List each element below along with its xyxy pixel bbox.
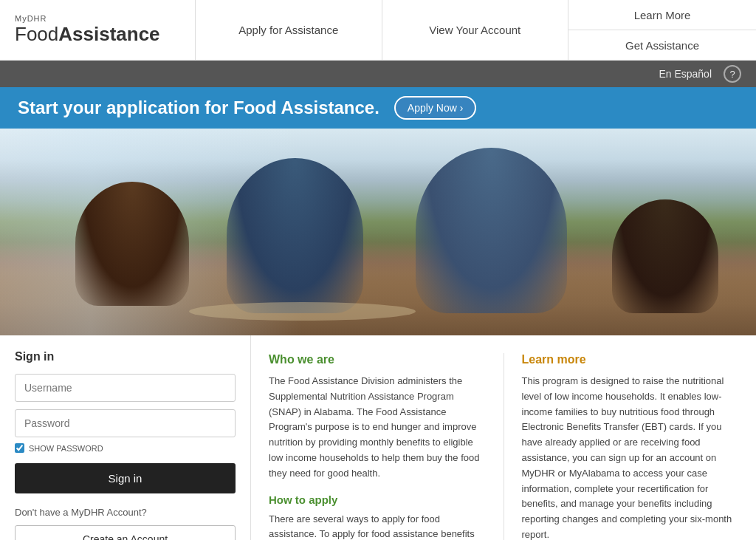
how-to-apply-title: How to apply <box>269 493 486 506</box>
espanol-link[interactable]: En Español <box>659 68 712 80</box>
content-area: Who we are The Food Assistance Division … <box>251 335 756 540</box>
how-to-apply-body: There are several ways to apply for food… <box>269 512 486 540</box>
signin-title: Sign in <box>15 350 236 363</box>
logo-assistance-text: Assistance <box>58 23 159 45</box>
apply-now-button[interactable]: Apply Now › <box>394 96 476 120</box>
signin-panel: Sign in SHOW PASSWORD Sign in Don't have… <box>0 335 251 540</box>
main-content: Sign in SHOW PASSWORD Sign in Don't have… <box>0 335 756 540</box>
logo-food-text: Food <box>15 23 58 45</box>
show-password-checkbox[interactable] <box>15 443 24 453</box>
nav-main: Apply for Assistance View Your Account <box>196 0 568 60</box>
hero-text: Start your application for Food Assistan… <box>18 98 379 118</box>
header: MyDHR FoodAssistance Apply for Assistanc… <box>0 0 756 61</box>
nav-learn[interactable]: Learn More <box>568 0 756 30</box>
nav-view[interactable]: View Your Account <box>382 0 568 60</box>
hero-image <box>0 129 756 335</box>
logo-food-assistance: FoodAssistance <box>15 23 180 46</box>
username-input[interactable] <box>15 374 236 402</box>
password-input[interactable] <box>15 409 236 437</box>
signin-button[interactable]: Sign in <box>15 463 236 493</box>
logo-mydhr: MyDHR <box>15 14 180 23</box>
toolbar: En Español ? <box>0 61 756 87</box>
hero-banner: Start your application for Food Assistan… <box>0 87 756 129</box>
show-password-row: SHOW PASSWORD <box>15 443 236 453</box>
no-account-text: Don't have a MyDHR Account? <box>15 507 236 518</box>
show-password-label: SHOW PASSWORD <box>29 444 103 453</box>
who-we-are-body: The Food Assistance Division administers… <box>269 374 486 482</box>
nav-right: Learn More Get Assistance <box>568 0 756 60</box>
logo-area: MyDHR FoodAssistance <box>0 0 196 60</box>
who-we-are-column: Who we are The Food Assistance Division … <box>269 353 504 540</box>
help-icon[interactable]: ? <box>724 65 741 83</box>
learn-more-column: Learn more This program is designed to r… <box>504 353 739 540</box>
who-we-are-title: Who we are <box>269 353 486 366</box>
nav-apply[interactable]: Apply for Assistance <box>196 0 382 60</box>
create-account-button[interactable]: Create an Account <box>15 525 236 540</box>
learn-more-title: Learn more <box>522 353 739 366</box>
learn-more-body: This program is designed to raise the nu… <box>522 374 739 540</box>
nav-get[interactable]: Get Assistance <box>568 30 756 60</box>
